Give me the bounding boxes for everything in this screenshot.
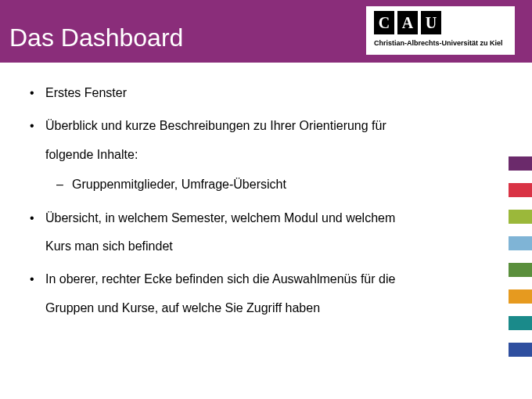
slide-title: Das Dashboard [0, 11, 183, 52]
list-item: In oberer, rechter Ecke befinden sich di… [27, 271, 505, 317]
list-item: Gruppenmitglieder, Umfrage-Übersicht [53, 176, 505, 193]
logo-letter-u: U [421, 11, 441, 34]
slide-header: Das Dashboard C A U Christian-Albrechts-… [0, 0, 532, 63]
cau-logo-mark: C A U [374, 11, 441, 34]
color-tab [509, 343, 532, 357]
bullet-text: Gruppenmitglieder, Umfrage-Übersicht [72, 178, 286, 191]
logo-letter-a: A [397, 11, 418, 34]
logo-subtitle: Christian-Albrechts-Universität zu Kiel [374, 39, 503, 47]
color-tabs [509, 156, 532, 369]
color-tab [509, 210, 532, 224]
color-tab [509, 289, 532, 304]
list-item: Übersicht, in welchem Semester, welchem … [27, 210, 505, 256]
bullet-text: In oberer, rechter Ecke befinden sich di… [45, 272, 395, 286]
sub-bullet-list: Gruppenmitglieder, Umfrage-Übersicht [53, 176, 505, 193]
color-tab [509, 183, 532, 197]
bullet-list: Erstes Fenster Überblick und kurze Besch… [27, 84, 505, 317]
bullet-text-cont: Gruppen und Kurse, auf welche Sie Zugrif… [45, 300, 505, 317]
list-item: Überblick und kurze Beschreibungen zu Ih… [27, 117, 505, 193]
bullet-text-cont: folgende Inhalte: [45, 146, 505, 164]
bullet-text: Überblick und kurze Beschreibungen zu Ih… [45, 119, 386, 132]
color-tab [509, 316, 532, 330]
color-tab [509, 263, 532, 277]
color-tab [509, 236, 532, 250]
cau-logo: C A U Christian-Albrechts-Universität zu… [366, 6, 515, 55]
bullet-text: Erstes Fenster [45, 86, 127, 99]
logo-letter-c: C [374, 11, 394, 34]
color-tab [509, 156, 532, 171]
slide-content: Erstes Fenster Überblick und kurze Besch… [0, 63, 532, 317]
bullet-text-cont: Kurs man sich befindet [45, 238, 505, 255]
list-item: Erstes Fenster [27, 84, 505, 102]
bullet-text: Übersicht, in welchem Semester, welchem … [45, 211, 395, 225]
